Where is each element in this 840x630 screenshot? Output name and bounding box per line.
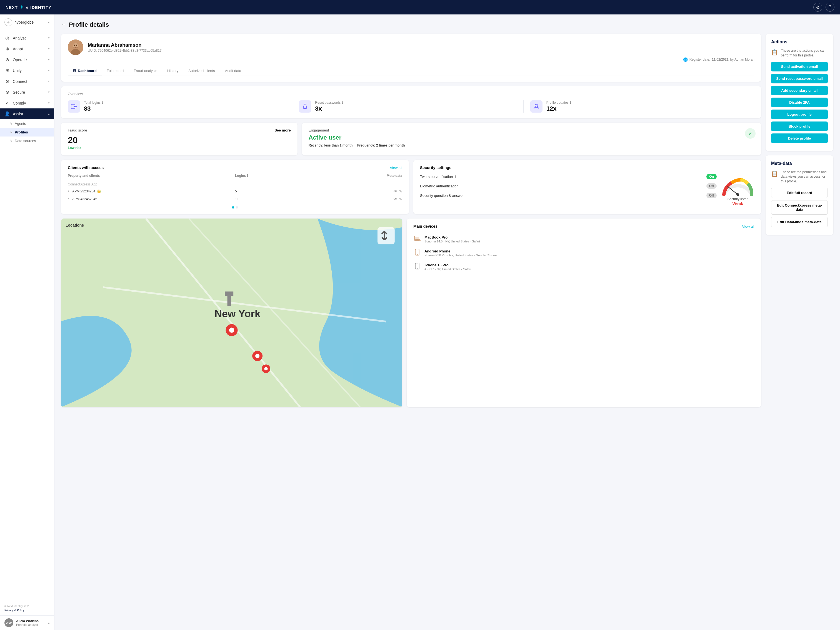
fraud-see-more-link[interactable]: See more: [275, 128, 291, 132]
sidebar-label-analyze: Analyze: [13, 36, 27, 40]
svg-point-5: [76, 45, 77, 46]
clients-view-all[interactable]: View all: [390, 166, 402, 170]
clients-title: Clients with access: [68, 165, 104, 170]
sidebar-item-connect[interactable]: ⊛ Connect ▾: [0, 76, 54, 87]
edit-connectxpress-button[interactable]: Edit ConnectXpress meta-data: [771, 200, 828, 215]
tab-history[interactable]: History: [162, 66, 183, 76]
org-switcher[interactable]: ⊙ hyperglobe ▾: [0, 14, 54, 30]
content-and-panel: Marianna Abrahamson UUID: 7204062e-d851-…: [61, 34, 833, 407]
actions-title: Actions: [771, 40, 828, 44]
security-row-1: Two-step verification ℹ On: [420, 174, 717, 179]
page-header: ← Profile details: [61, 21, 833, 28]
settings-button[interactable]: ⚙: [813, 3, 822, 12]
block-profile-button[interactable]: Block profile: [771, 122, 828, 131]
profile-updates-info-icon: ℹ: [570, 101, 571, 104]
profile-tab-wrapper: Marianna Abrahamson UUID: 7204062e-d851-…: [61, 34, 761, 82]
org-icon: ⊙: [5, 18, 12, 26]
two-step-label: Two-step verification ℹ: [420, 174, 456, 179]
macbook-icon: [413, 236, 421, 243]
security-row-3: Security question & answer Off: [420, 193, 717, 198]
delete-profile-button[interactable]: Delete profile: [771, 133, 828, 143]
sidebar-item-adopt[interactable]: ⊕ Adopt ▾: [0, 43, 54, 54]
sidebar-item-assist[interactable]: 👤 Assist ▴: [0, 108, 54, 119]
devices-view-all[interactable]: View all: [742, 224, 755, 228]
tab-full-record-label: Full record: [107, 69, 124, 73]
sidebar-item-operate[interactable]: ⊗ Operate ▾: [0, 54, 54, 65]
client-group-name: ConnectXpress App: [68, 180, 402, 187]
biometric-label: Biometric authentication: [420, 184, 459, 188]
sidebar-item-secure[interactable]: ⊙ Secure ▾: [0, 87, 54, 98]
edit-icon-2[interactable]: ✎: [399, 197, 402, 201]
help-button[interactable]: ?: [826, 3, 834, 12]
tab-full-record[interactable]: Full record: [102, 66, 129, 76]
sidebar-label-operate: Operate: [13, 57, 27, 62]
overview-card: Overview: [61, 86, 761, 118]
dot-2: [236, 206, 238, 209]
register-date: 11/02/2021: [712, 57, 729, 62]
unify-icon: ⊞: [5, 68, 10, 73]
sidebar-item-comply[interactable]: ✓ Comply ▾: [0, 98, 54, 108]
agents-arrow-icon: ↳: [10, 122, 13, 125]
sidebar-user[interactable]: AW Alicia Watkins Portfolio analyst ▴: [0, 615, 54, 630]
recency-label: Recency:: [309, 144, 323, 147]
comply-icon: ✓: [5, 100, 10, 106]
sidebar-sub-data-sources[interactable]: ↳ Data sources: [0, 136, 54, 145]
org-name: hyperglobe: [14, 20, 34, 24]
user-info: Alicia Watkins Portfolio analyst: [16, 619, 45, 626]
edit-icon-1[interactable]: ✎: [399, 189, 402, 193]
right-panel: Actions 📋 These are the actions you can …: [761, 34, 833, 407]
edit-full-record-button[interactable]: Edit full record: [771, 188, 828, 198]
sidebar-sub-agents[interactable]: ↳ Agents: [0, 119, 54, 128]
meta-desc-row: 📋 These are the permissions and data vie…: [771, 170, 828, 184]
view-icon-2[interactable]: 👁: [393, 197, 397, 201]
stat-total-logins: Total logins ℹ 83: [68, 100, 292, 112]
send-reset-button[interactable]: Send reset password email: [771, 74, 828, 84]
sidebar-item-unify[interactable]: ⊞ Unify ▾: [0, 65, 54, 76]
edit-dataminds-button[interactable]: Edit DataMinds meta-data: [771, 217, 828, 227]
android-icon: [413, 249, 421, 257]
add-secondary-button[interactable]: Add secondary email: [771, 85, 828, 95]
privacy-link[interactable]: Privacy & Policy: [5, 609, 50, 612]
bullet-icon-2: •: [68, 197, 69, 201]
profile-uuid: UUID: 7204062e-d851-4bb1-88a8-7733ad05a8…: [88, 49, 162, 52]
total-logins-info: Total logins ℹ 83: [84, 101, 103, 112]
tab-authorized-clients[interactable]: Autorized clients: [183, 66, 220, 76]
tab-authorized-clients-label: Autorized clients: [188, 69, 215, 73]
meta-panel: Meta-data 📋 These are the permissions an…: [766, 155, 833, 235]
tab-dashboard[interactable]: ⊟ Dashboard: [68, 66, 102, 76]
svg-point-12: [736, 193, 739, 196]
svg-point-18: [229, 328, 234, 333]
send-activation-button[interactable]: Send activation email: [771, 62, 828, 71]
user-chevron-icon: ▴: [48, 621, 50, 625]
device-2-name: Android Phone: [425, 249, 497, 253]
profile-updates-label: Profile updates ℹ: [546, 101, 571, 104]
globe-icon: 🌐: [683, 57, 688, 62]
clients-table-header: Property and clients Logins ℹ Meta-data: [68, 174, 402, 180]
app-identity: IDENTITY: [30, 5, 51, 10]
comply-chevron: ▾: [48, 101, 50, 105]
sidebar-item-analyze[interactable]: ◷ Analyze ▾: [0, 33, 54, 43]
copyright-text: © Next Identity, 2023.: [5, 605, 50, 608]
logout-profile-button[interactable]: Logout profile: [771, 109, 828, 119]
stat-profile-updates: Profile updates ℹ 12x: [523, 100, 755, 112]
tab-audit-data[interactable]: Audit data: [220, 66, 246, 76]
svg-point-22: [264, 367, 267, 370]
crown-icon-1: 👑: [97, 189, 101, 193]
tabs-bar: ⊟ Dashboard Full record Fraud analysis H…: [68, 66, 755, 76]
disable-2fa-button[interactable]: Disable 2FA: [771, 98, 828, 107]
security-gauge: Security level: Weak: [721, 177, 755, 206]
sidebar-sub-profiles[interactable]: ↳ Profiles: [0, 128, 54, 136]
client-apm-2: APM 432452345: [72, 197, 97, 201]
device-row-1: MacBook Pro Sonoma 14.5 - NY, United Sta…: [413, 233, 755, 246]
profile-name: Marianna Abrahamson: [88, 42, 162, 48]
tab-fraud-analysis[interactable]: Fraud analysis: [129, 66, 162, 76]
profile-meta: 🌐 Register date: 11/02/2021 by Adrian Mo…: [68, 57, 755, 62]
login-icon: [70, 103, 77, 110]
pagination-dots: [68, 206, 402, 209]
svg-rect-24: [227, 296, 231, 306]
back-button[interactable]: ←: [61, 22, 66, 28]
star-icon: ✦: [19, 4, 24, 10]
view-icon-1[interactable]: 👁: [393, 189, 397, 193]
page-title: Profile details: [69, 21, 109, 28]
engagement-title: Engagement: [309, 128, 755, 132]
